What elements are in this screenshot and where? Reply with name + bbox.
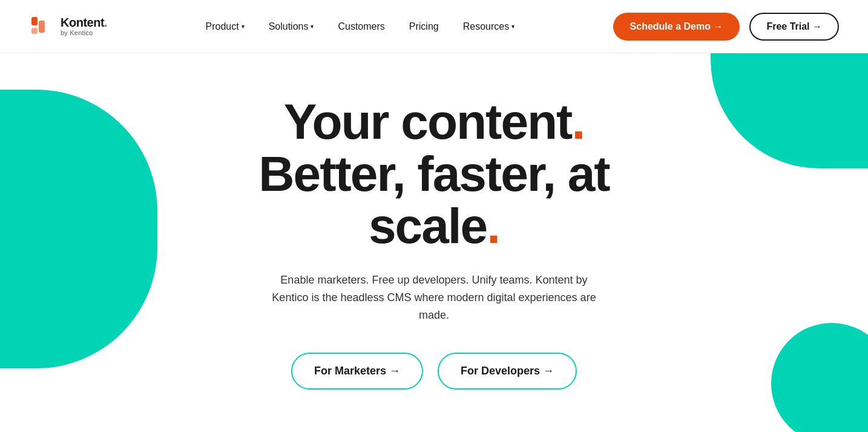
nav-link-resources[interactable]: Resources ▾ bbox=[463, 21, 515, 32]
nav-item-solutions[interactable]: Solutions ▾ bbox=[269, 21, 314, 32]
brand-name: Kontent. bbox=[61, 16, 107, 29]
nav-item-product[interactable]: Product ▾ bbox=[205, 21, 244, 32]
hero-headline: Your content. Better, faster, at scale. bbox=[216, 96, 652, 252]
chevron-down-icon: ▾ bbox=[511, 23, 515, 30]
nav-link-customers[interactable]: Customers bbox=[338, 21, 384, 32]
nav-item-resources[interactable]: Resources ▾ bbox=[463, 21, 515, 32]
nav-item-pricing[interactable]: Pricing bbox=[409, 21, 439, 32]
hero-headline-line1: Your content. bbox=[284, 94, 584, 149]
logo-text: Kontent. by Kentico bbox=[61, 16, 107, 36]
svg-rect-0 bbox=[31, 17, 38, 25]
svg-rect-1 bbox=[39, 21, 45, 33]
chevron-down-icon: ▾ bbox=[242, 23, 245, 30]
decorative-shape-top-right bbox=[711, 53, 868, 168]
for-marketers-button[interactable]: For Marketers → bbox=[291, 353, 423, 390]
nav-link-pricing[interactable]: Pricing bbox=[409, 21, 439, 32]
schedule-demo-button[interactable]: Schedule a Demo → bbox=[613, 13, 740, 41]
hero-buttons: For Marketers → For Developers → bbox=[216, 353, 652, 390]
for-developers-button[interactable]: For Developers → bbox=[438, 353, 577, 390]
hero-subtext: Enable marketers. Free up developers. Un… bbox=[265, 271, 603, 324]
hero-content: Your content. Better, faster, at scale. … bbox=[216, 96, 652, 390]
decorative-shape-bottom-right bbox=[771, 323, 868, 432]
brand-sub: by Kentico bbox=[61, 29, 107, 36]
nav-links: Product ▾ Solutions ▾ Customers Pricing … bbox=[205, 21, 515, 32]
hero-section: Your content. Better, faster, at scale. … bbox=[0, 53, 868, 432]
svg-rect-2 bbox=[31, 28, 38, 34]
hero-headline-line2: Better, faster, at scale. bbox=[258, 146, 609, 253]
decorative-shape-left bbox=[0, 90, 157, 368]
nav-link-solutions[interactable]: Solutions ▾ bbox=[269, 21, 314, 32]
chevron-down-icon: ▾ bbox=[311, 23, 314, 30]
logo-icon bbox=[29, 13, 56, 40]
nav-actions: Schedule a Demo → Free Trial → bbox=[613, 13, 839, 41]
nav-link-product[interactable]: Product ▾ bbox=[205, 21, 244, 32]
nav-item-customers[interactable]: Customers bbox=[338, 21, 384, 32]
navbar: Kontent. by Kentico Product ▾ Solutions … bbox=[0, 0, 868, 53]
free-trial-button[interactable]: Free Trial → bbox=[749, 13, 839, 41]
logo[interactable]: Kontent. by Kentico bbox=[29, 13, 107, 40]
